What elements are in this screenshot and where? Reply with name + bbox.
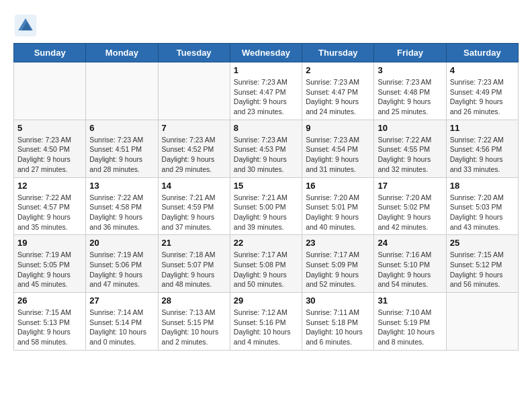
calendar-body: 1Sunrise: 7:23 AM Sunset: 4:47 PM Daylig… xyxy=(14,62,519,351)
calendar-day-cell: 9Sunrise: 7:23 AM Sunset: 4:54 PM Daylig… xyxy=(302,120,374,177)
day-info: Sunrise: 7:23 AM Sunset: 4:47 PM Dayligh… xyxy=(234,77,298,117)
calendar-day-cell: 20Sunrise: 7:19 AM Sunset: 5:06 PM Dayli… xyxy=(86,235,158,293)
calendar-day-cell: 26Sunrise: 7:15 AM Sunset: 5:13 PM Dayli… xyxy=(14,293,86,351)
header-row: SundayMondayTuesdayWednesdayThursdayFrid… xyxy=(14,44,519,62)
day-of-week-header: Friday xyxy=(374,44,446,62)
calendar-day-cell: 27Sunrise: 7:14 AM Sunset: 5:14 PM Dayli… xyxy=(86,293,158,351)
logo xyxy=(13,13,40,38)
day-number: 29 xyxy=(234,295,298,306)
day-info: Sunrise: 7:14 AM Sunset: 5:14 PM Dayligh… xyxy=(89,308,154,347)
day-info: Sunrise: 7:22 AM Sunset: 4:56 PM Dayligh… xyxy=(450,135,515,175)
calendar-week-row: 26Sunrise: 7:15 AM Sunset: 5:13 PM Dayli… xyxy=(14,293,519,351)
day-info: Sunrise: 7:17 AM Sunset: 5:09 PM Dayligh… xyxy=(306,250,370,289)
day-number: 28 xyxy=(162,295,226,306)
calendar-day-cell: 14Sunrise: 7:21 AM Sunset: 4:59 PM Dayli… xyxy=(158,177,230,235)
calendar-day-cell: 30Sunrise: 7:11 AM Sunset: 5:18 PM Dayli… xyxy=(302,293,374,351)
day-info: Sunrise: 7:10 AM Sunset: 5:19 PM Dayligh… xyxy=(378,308,442,347)
day-info: Sunrise: 7:20 AM Sunset: 5:03 PM Dayligh… xyxy=(450,193,515,232)
calendar-day-cell: 18Sunrise: 7:20 AM Sunset: 5:03 PM Dayli… xyxy=(446,177,518,235)
day-of-week-header: Monday xyxy=(86,44,158,62)
day-number: 3 xyxy=(378,65,442,75)
day-number: 6 xyxy=(89,123,154,133)
day-number: 15 xyxy=(234,181,298,191)
day-number: 25 xyxy=(450,238,515,248)
calendar-table: SundayMondayTuesdayWednesdayThursdayFrid… xyxy=(13,43,519,351)
day-number: 21 xyxy=(162,238,226,248)
calendar-day-cell: 5Sunrise: 7:23 AM Sunset: 4:50 PM Daylig… xyxy=(14,120,86,177)
calendar-day-cell: 3Sunrise: 7:23 AM Sunset: 4:48 PM Daylig… xyxy=(374,62,446,120)
calendar-day-cell xyxy=(86,62,158,120)
day-number: 11 xyxy=(450,123,515,133)
day-info: Sunrise: 7:23 AM Sunset: 4:52 PM Dayligh… xyxy=(162,135,226,175)
calendar-day-cell: 1Sunrise: 7:23 AM Sunset: 4:47 PM Daylig… xyxy=(230,62,302,120)
day-info: Sunrise: 7:23 AM Sunset: 4:47 PM Dayligh… xyxy=(306,77,370,117)
calendar-day-cell: 13Sunrise: 7:22 AM Sunset: 4:58 PM Dayli… xyxy=(86,177,158,235)
calendar-day-cell: 4Sunrise: 7:23 AM Sunset: 4:49 PM Daylig… xyxy=(446,62,518,120)
day-of-week-header: Sunday xyxy=(14,44,86,62)
day-number: 7 xyxy=(162,123,226,133)
calendar-day-cell: 10Sunrise: 7:22 AM Sunset: 4:55 PM Dayli… xyxy=(374,120,446,177)
day-number: 31 xyxy=(378,295,442,306)
day-number: 1 xyxy=(234,65,298,75)
calendar-day-cell: 15Sunrise: 7:21 AM Sunset: 5:00 PM Dayli… xyxy=(230,177,302,235)
day-of-week-header: Thursday xyxy=(302,44,374,62)
day-number: 12 xyxy=(17,181,82,191)
day-number: 13 xyxy=(89,181,154,191)
day-number: 14 xyxy=(162,181,226,191)
calendar-day-cell: 11Sunrise: 7:22 AM Sunset: 4:56 PM Dayli… xyxy=(446,120,518,177)
calendar-header: SundayMondayTuesdayWednesdayThursdayFrid… xyxy=(14,44,519,62)
day-info: Sunrise: 7:23 AM Sunset: 4:50 PM Dayligh… xyxy=(17,135,82,175)
day-info: Sunrise: 7:22 AM Sunset: 4:55 PM Dayligh… xyxy=(378,135,442,175)
day-info: Sunrise: 7:13 AM Sunset: 5:15 PM Dayligh… xyxy=(162,308,226,347)
day-info: Sunrise: 7:11 AM Sunset: 5:18 PM Dayligh… xyxy=(306,308,370,347)
calendar-day-cell: 2Sunrise: 7:23 AM Sunset: 4:47 PM Daylig… xyxy=(302,62,374,120)
day-info: Sunrise: 7:20 AM Sunset: 5:02 PM Dayligh… xyxy=(378,193,442,232)
calendar-day-cell: 28Sunrise: 7:13 AM Sunset: 5:15 PM Dayli… xyxy=(158,293,230,351)
day-of-week-header: Tuesday xyxy=(158,44,230,62)
calendar-day-cell: 24Sunrise: 7:16 AM Sunset: 5:10 PM Dayli… xyxy=(374,235,446,293)
day-info: Sunrise: 7:16 AM Sunset: 5:10 PM Dayligh… xyxy=(378,250,442,289)
calendar-day-cell: 31Sunrise: 7:10 AM Sunset: 5:19 PM Dayli… xyxy=(374,293,446,351)
calendar-day-cell: 8Sunrise: 7:23 AM Sunset: 4:53 PM Daylig… xyxy=(230,120,302,177)
calendar-week-row: 12Sunrise: 7:22 AM Sunset: 4:57 PM Dayli… xyxy=(14,177,519,235)
day-number: 8 xyxy=(234,123,298,133)
day-number: 27 xyxy=(89,295,154,306)
logo-icon xyxy=(13,13,38,38)
day-number: 2 xyxy=(306,65,370,75)
day-number: 19 xyxy=(17,238,82,248)
calendar-day-cell: 19Sunrise: 7:19 AM Sunset: 5:05 PM Dayli… xyxy=(14,235,86,293)
day-of-week-header: Saturday xyxy=(446,44,518,62)
calendar-day-cell: 23Sunrise: 7:17 AM Sunset: 5:09 PM Dayli… xyxy=(302,235,374,293)
calendar-day-cell: 29Sunrise: 7:12 AM Sunset: 5:16 PM Dayli… xyxy=(230,293,302,351)
calendar-day-cell: 21Sunrise: 7:18 AM Sunset: 5:07 PM Dayli… xyxy=(158,235,230,293)
day-number: 26 xyxy=(17,295,82,306)
calendar-week-row: 5Sunrise: 7:23 AM Sunset: 4:50 PM Daylig… xyxy=(14,120,519,177)
day-info: Sunrise: 7:22 AM Sunset: 4:58 PM Dayligh… xyxy=(89,193,154,232)
day-number: 9 xyxy=(306,123,370,133)
day-info: Sunrise: 7:17 AM Sunset: 5:08 PM Dayligh… xyxy=(234,250,298,289)
calendar-day-cell: 7Sunrise: 7:23 AM Sunset: 4:52 PM Daylig… xyxy=(158,120,230,177)
day-info: Sunrise: 7:23 AM Sunset: 4:53 PM Dayligh… xyxy=(234,135,298,175)
page-header xyxy=(13,13,519,38)
day-number: 20 xyxy=(89,238,154,248)
day-number: 17 xyxy=(378,181,442,191)
day-number: 24 xyxy=(378,238,442,248)
calendar-day-cell: 25Sunrise: 7:15 AM Sunset: 5:12 PM Dayli… xyxy=(446,235,518,293)
calendar-day-cell: 17Sunrise: 7:20 AM Sunset: 5:02 PM Dayli… xyxy=(374,177,446,235)
calendar-week-row: 1Sunrise: 7:23 AM Sunset: 4:47 PM Daylig… xyxy=(14,62,519,120)
day-info: Sunrise: 7:15 AM Sunset: 5:12 PM Dayligh… xyxy=(450,250,515,289)
day-info: Sunrise: 7:22 AM Sunset: 4:57 PM Dayligh… xyxy=(17,193,82,232)
day-number: 16 xyxy=(306,181,370,191)
calendar-day-cell xyxy=(14,62,86,120)
day-info: Sunrise: 7:12 AM Sunset: 5:16 PM Dayligh… xyxy=(234,308,298,347)
day-number: 5 xyxy=(17,123,82,133)
day-number: 18 xyxy=(450,181,515,191)
calendar-day-cell: 6Sunrise: 7:23 AM Sunset: 4:51 PM Daylig… xyxy=(86,120,158,177)
calendar-day-cell: 22Sunrise: 7:17 AM Sunset: 5:08 PM Dayli… xyxy=(230,235,302,293)
day-info: Sunrise: 7:15 AM Sunset: 5:13 PM Dayligh… xyxy=(17,308,82,347)
day-number: 23 xyxy=(306,238,370,248)
day-info: Sunrise: 7:20 AM Sunset: 5:01 PM Dayligh… xyxy=(306,193,370,232)
calendar-day-cell xyxy=(446,293,518,351)
day-number: 10 xyxy=(378,123,442,133)
day-info: Sunrise: 7:18 AM Sunset: 5:07 PM Dayligh… xyxy=(162,250,226,289)
